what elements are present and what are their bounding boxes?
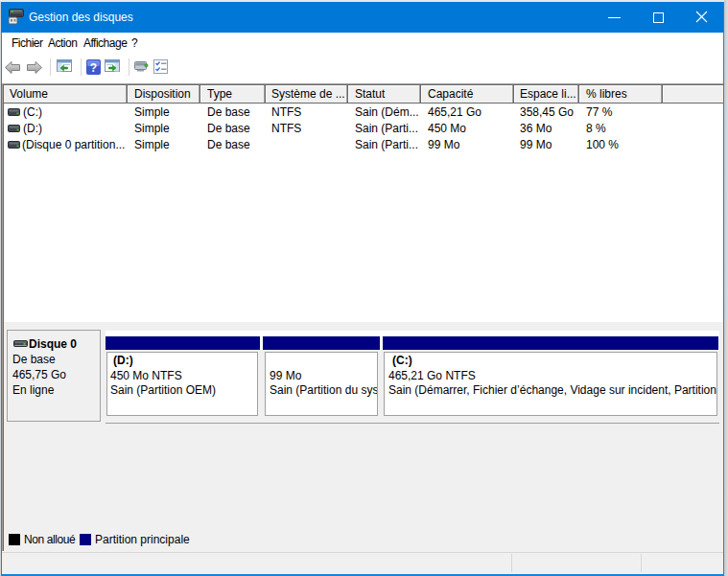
back-icon xyxy=(5,61,20,74)
volume-libres: 100 % xyxy=(586,137,619,153)
volume-icon xyxy=(8,125,20,133)
volume-type: De base xyxy=(207,104,250,121)
partition-d-colorbar xyxy=(106,336,260,350)
legend-primary-swatch xyxy=(80,534,91,545)
menu-action[interactable]: Action xyxy=(48,33,77,54)
volume-disposition: Simple xyxy=(134,137,170,153)
volume-espace: 36 Mo xyxy=(520,121,552,137)
status-bar xyxy=(2,553,723,574)
toolbar-separator-1 xyxy=(50,58,51,76)
column-header-bottom-border xyxy=(4,103,723,104)
partition-c-label: (C:) xyxy=(392,354,412,368)
maximize-button[interactable] xyxy=(636,2,680,31)
column-header-libres[interactable]: % libres xyxy=(586,86,627,103)
volume-row-d[interactable]: (D:) Simple De base NTFS Sain (Parti... … xyxy=(4,121,723,137)
forward-icon xyxy=(27,61,42,74)
header-sep-7[interactable] xyxy=(577,85,580,103)
volume-disposition: Simple xyxy=(134,121,170,137)
maximize-icon xyxy=(653,12,664,23)
partition-c-box[interactable]: (C:) 465,21 Go NTFS Sain (Démarrer, Fich… xyxy=(384,352,717,416)
popup-icon xyxy=(134,60,149,73)
partition-d-size: 450 Mo NTFS xyxy=(110,369,182,383)
close-button[interactable] xyxy=(680,2,723,31)
volume-disposition: Simple xyxy=(134,104,170,121)
column-header-systeme[interactable]: Système de ... xyxy=(271,86,345,103)
header-sep-5[interactable] xyxy=(419,85,422,103)
minimize-icon xyxy=(608,17,621,18)
back-button[interactable] xyxy=(5,61,19,73)
column-header-espace[interactable]: Espace li... xyxy=(520,86,576,103)
properties-button[interactable] xyxy=(153,59,169,74)
volume-icon xyxy=(8,108,20,117)
legend-primary-label: Partition principale xyxy=(95,533,190,546)
column-header-type[interactable]: Type xyxy=(207,86,232,103)
status-bar-sep-1 xyxy=(511,554,512,572)
volume-statut: Sain (Parti... xyxy=(355,121,418,137)
header-sep-8[interactable] xyxy=(661,85,664,103)
menu-fichier[interactable]: Fichier xyxy=(12,33,43,54)
volume-statut: Sain (Dém... xyxy=(355,104,419,121)
disk0-size: 465,75 Go xyxy=(12,368,66,382)
volume-statut: Sain (Parti... xyxy=(355,137,418,153)
volume-name: (D:) xyxy=(23,121,42,137)
partition-d-box[interactable]: (D:) 450 Mo NTFS Sain (Partition OEM) xyxy=(106,352,258,416)
svg-text:?: ? xyxy=(90,61,97,75)
column-header-volume[interactable]: Volume xyxy=(10,86,48,103)
action-pane-button[interactable] xyxy=(105,59,120,74)
header-sep-6[interactable] xyxy=(512,85,515,103)
partition-c-colorbar xyxy=(383,336,718,350)
help-icon: ? xyxy=(86,59,101,75)
window-title: Gestion des disques xyxy=(29,2,133,33)
column-header-statut[interactable]: Statut xyxy=(355,86,385,103)
partition-d-status: Sain (Partition OEM) xyxy=(110,383,216,398)
menu-help[interactable]: ? xyxy=(131,33,137,54)
header-sep-3[interactable] xyxy=(264,85,267,103)
volume-name: (Disque 0 partition... xyxy=(22,137,125,153)
desktop-right-strip xyxy=(724,0,728,576)
disk0-type: De base xyxy=(12,353,56,367)
volume-row-c[interactable]: (C:) Simple De base NTFS Sain (Dém... 46… xyxy=(4,104,723,121)
volume-systeme: NTFS xyxy=(271,121,301,137)
partition-sys-size: 99 Mo xyxy=(270,369,301,383)
app-icon xyxy=(8,9,25,25)
column-header-disposition[interactable]: Disposition xyxy=(134,86,191,103)
column-header-capacite[interactable]: Capacité xyxy=(428,86,473,103)
header-sep-2[interactable] xyxy=(199,85,201,103)
volume-espace: 358,45 Go xyxy=(520,104,574,121)
volume-libres: 8 % xyxy=(586,121,606,137)
status-bar-sep-2 xyxy=(641,554,642,572)
toolbar-separator-3 xyxy=(129,58,129,76)
console-tree-icon xyxy=(57,59,72,74)
help-button[interactable]: ? xyxy=(86,59,101,75)
action-pane-icon xyxy=(105,59,120,74)
volume-capacite: 465,21 Go xyxy=(428,104,481,121)
volume-type: De base xyxy=(207,137,250,153)
partition-sys-colorbar xyxy=(263,336,380,350)
disk0-name: Disque 0 xyxy=(29,337,77,352)
header-sep-1[interactable] xyxy=(126,85,129,103)
toolbar-separator-2 xyxy=(81,58,82,76)
partition-sys-box[interactable]: 99 Mo Sain (Partition du sys xyxy=(265,352,378,416)
disk-management-window: Gestion des disques Fichier Action Affic… xyxy=(0,0,728,576)
volume-capacite: 99 Mo xyxy=(428,137,459,153)
close-icon xyxy=(695,11,708,23)
minimize-button[interactable] xyxy=(592,2,636,31)
volume-type: De base xyxy=(207,121,250,137)
partition-sys-status: Sain (Partition du sys xyxy=(270,383,378,398)
volume-row-partition[interactable]: (Disque 0 partition... Simple De base Sa… xyxy=(4,137,723,153)
legend-unallocated-swatch xyxy=(9,534,20,545)
header-sep-4[interactable] xyxy=(346,85,349,103)
forward-button[interactable] xyxy=(27,61,41,73)
partition-c-size: 465,21 Go NTFS xyxy=(388,369,476,383)
volume-icon xyxy=(8,141,20,150)
menu-affichage[interactable]: Affichage xyxy=(83,33,127,54)
volume-espace: 99 Mo xyxy=(520,137,552,153)
volume-name: (C:) xyxy=(23,104,42,121)
disk-row-bottom-border xyxy=(106,423,719,424)
disk-icon xyxy=(13,340,28,348)
legend-unallocated-label: Non alloué xyxy=(24,533,75,546)
partition-d-label: (D:) xyxy=(113,354,133,368)
volume-capacite: 450 Mo xyxy=(428,121,466,137)
console-tree-button[interactable] xyxy=(57,59,72,74)
popup-button[interactable] xyxy=(134,60,149,73)
